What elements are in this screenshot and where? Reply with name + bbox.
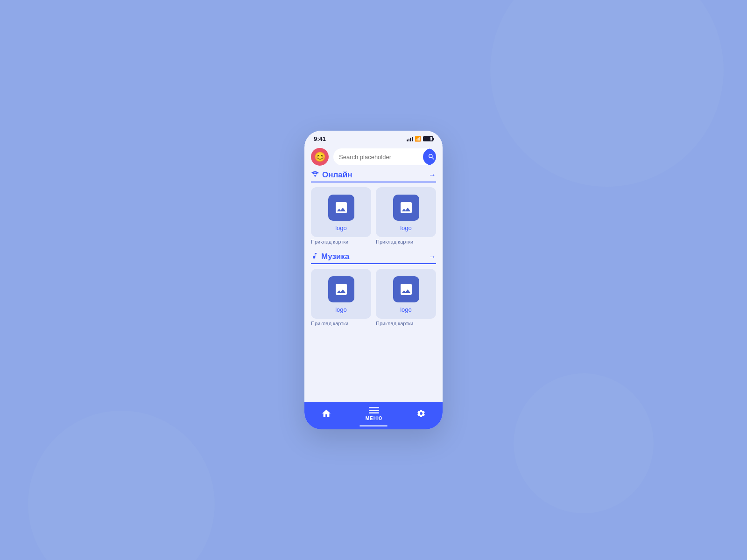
card-image-3 [328,276,354,302]
online-card-2[interactable]: logo [376,187,436,237]
nav-home-button[interactable] [321,408,331,420]
svg-rect-0 [369,407,379,408]
home-indicator [359,425,388,427]
section-title-online: Онлайн [311,170,352,180]
status-bar: 9:41 📶 [304,131,443,145]
svg-rect-1 [369,410,379,411]
section-music-label: Музика [321,252,349,261]
online-card-1-subtitle: Приклад картки [311,239,371,245]
main-content: Онлайн → logo Приклад картки [304,170,443,402]
card-wrapper: logo Приклад картки [376,187,436,245]
section-online-arrow[interactable]: → [429,171,436,179]
section-header-music: Музика → [311,252,436,264]
battery-icon [423,136,433,141]
search-icon [428,153,435,161]
status-time: 9:41 [314,135,326,142]
wifi-section-icon [311,171,319,179]
card-image-2 [393,195,419,221]
music-section-icon [311,252,318,261]
nav-menu-button[interactable]: МЕНЮ [366,407,383,421]
card-image-1 [328,195,354,221]
music-card-2[interactable]: logo [376,269,436,319]
section-header-online: Онлайн → [311,170,436,182]
nav-menu-label: МЕНЮ [366,416,383,421]
section-music: Музика → logo Приклад картки [311,252,436,326]
search-button[interactable] [423,148,436,165]
bottom-nav: МЕНЮ [304,402,443,429]
section-online-label: Онлайн [322,170,352,180]
section-online: Онлайн → logo Приклад картки [311,170,436,245]
online-card-1[interactable]: logo [311,187,371,237]
section-title-music: Музика [311,252,349,261]
card-image-4 [393,276,419,302]
music-card-1[interactable]: logo [311,269,371,319]
card-wrapper: logo Приклад картки [376,269,436,326]
online-cards-grid: logo Приклад картки logo Приклад ка [311,187,436,245]
music-cards-grid: logo Приклад картки logo Приклад ка [311,269,436,326]
online-card-2-label: logo [400,224,412,231]
music-card-1-subtitle: Приклад картки [311,321,371,326]
card-wrapper: logo Приклад картки [311,269,371,326]
image-placeholder-icon [399,200,414,215]
avatar-emoji: 😊 [314,151,326,162]
search-input[interactable] [333,154,423,161]
search-area: 😊 [304,145,443,170]
settings-icon [416,409,426,420]
home-icon [321,408,331,420]
search-container [333,148,436,165]
avatar-button[interactable]: 😊 [311,148,329,166]
wifi-status-icon: 📶 [415,136,421,142]
music-card-2-subtitle: Приклад картки [376,321,436,326]
section-music-arrow[interactable]: → [429,252,436,261]
online-card-1-label: logo [335,224,347,231]
menu-icon [369,407,379,415]
music-card-2-label: logo [400,306,412,313]
phone-frame: 9:41 📶 😊 [304,131,443,429]
online-card-2-subtitle: Приклад картки [376,239,436,245]
image-placeholder-icon [399,282,414,297]
image-placeholder-icon [334,282,349,297]
status-icons: 📶 [407,136,433,142]
card-wrapper: logo Приклад картки [311,187,371,245]
signal-icon [407,137,413,141]
nav-settings-button[interactable] [416,409,426,420]
music-card-1-label: logo [335,306,347,313]
image-placeholder-icon [334,200,349,215]
svg-rect-2 [369,413,379,413]
